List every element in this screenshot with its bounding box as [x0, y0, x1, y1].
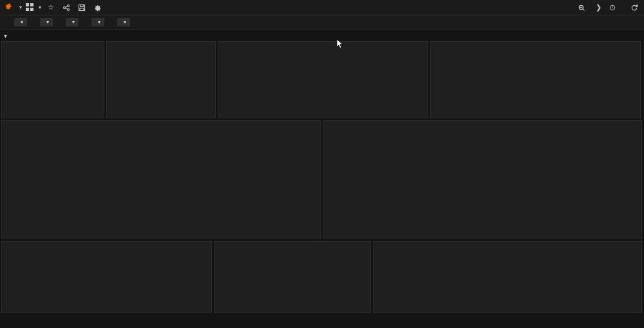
time-range-prev-icon[interactable]: ❯ [592, 2, 604, 14]
svg-line-13 [583, 8, 585, 10]
var-healthcheck-label [30, 21, 37, 24]
response-time-chart [323, 123, 641, 236]
var-datasource-select[interactable]: ▾ [91, 18, 104, 26]
zoom-out-button[interactable] [578, 5, 587, 11]
panel-errors-pie[interactable] [214, 241, 371, 313]
row-1 [1, 41, 643, 118]
row-header[interactable]: ▾ [0, 30, 644, 41]
refresh-icon[interactable] [629, 2, 640, 14]
var-application-label [55, 21, 63, 24]
share-icon[interactable] [61, 2, 72, 14]
save-icon[interactable] [76, 2, 88, 14]
panel-throughput-chart[interactable] [1, 120, 321, 239]
grafana-logo[interactable] [4, 2, 15, 14]
throughput-value [2, 44, 104, 118]
var-healthcheck-select[interactable]: ▾ [40, 18, 53, 26]
var-summarize-label [107, 21, 115, 24]
panel-throughput-single[interactable] [1, 41, 104, 118]
svg-line-8 [66, 8, 68, 9]
svg-point-4 [64, 6, 66, 8]
svg-point-6 [68, 8, 70, 10]
svg-rect-1 [30, 3, 33, 6]
row-2 [1, 120, 643, 239]
svg-point-5 [68, 5, 70, 6]
svg-rect-0 [26, 3, 29, 6]
dashboard-body [0, 41, 644, 313]
template-var-bar: ▾ ▾ ▾ ▾ ▾ [0, 15, 644, 30]
panel-response-time[interactable] [323, 120, 642, 239]
apdex-chart [431, 44, 640, 118]
error-rate-pct-chart [2, 244, 211, 313]
error-value [107, 44, 215, 118]
logo-menu-caret[interactable]: ▾ [19, 5, 22, 10]
throughput-chart [2, 123, 320, 236]
svg-rect-2 [26, 8, 29, 11]
dashboard-picker[interactable]: ▾ [26, 3, 41, 12]
dashboard-grid-icon [26, 3, 33, 12]
svg-rect-11 [80, 8, 84, 10]
star-icon[interactable]: ☆ [45, 2, 57, 14]
row-3 [1, 241, 643, 313]
response-time-legend [323, 236, 641, 239]
panel-error-rate[interactable] [373, 241, 642, 313]
svg-rect-10 [80, 5, 84, 6]
time-range-picker[interactable] [609, 5, 618, 11]
panel-error-rate-pct[interactable] [1, 241, 212, 313]
panel-error-single[interactable] [106, 41, 216, 118]
var-application-select[interactable]: ▾ [66, 18, 79, 26]
var-environment-select[interactable]: ▾ [14, 18, 27, 26]
svg-line-7 [66, 6, 68, 7]
settings-gear-icon[interactable] [91, 2, 103, 14]
error-rate-chart [374, 244, 580, 313]
panel-apdex[interactable] [430, 41, 641, 118]
dashboard-caret-icon: ▾ [39, 5, 41, 10]
panel-active-requests[interactable] [218, 41, 428, 118]
svg-rect-3 [30, 8, 33, 11]
errors-pie-chart [214, 250, 279, 307]
active-requests-chart [218, 44, 428, 118]
error-rate-legend [580, 242, 641, 313]
throughput-legend [2, 236, 320, 239]
row-collapse-icon: ▾ [4, 32, 7, 39]
var-environment-label [4, 21, 12, 24]
topbar: ▾ ▾ ☆ ❯ [0, 0, 644, 15]
var-datasource-label [81, 21, 89, 24]
var-summarize-select[interactable]: ▾ [117, 18, 130, 26]
